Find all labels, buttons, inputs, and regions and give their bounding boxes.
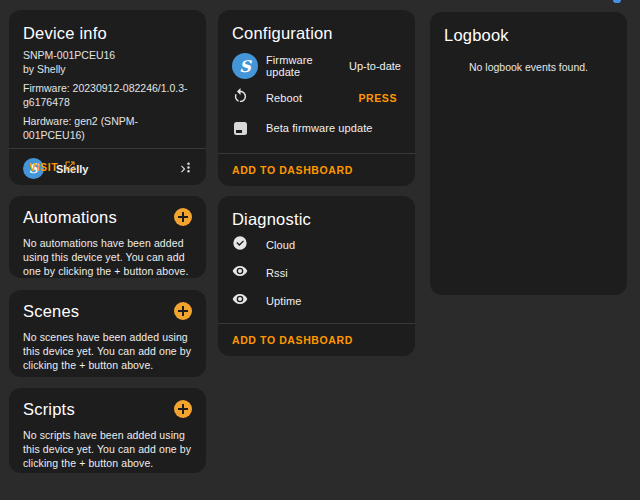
beta-firmware-update-label: Beta firmware update	[266, 122, 401, 134]
partial-blue-icon	[613, 0, 621, 3]
visit-link[interactable]: VISIT	[23, 156, 82, 178]
scenes-empty-message: No scenes have been added using this dev…	[9, 325, 206, 377]
firmware-update-row[interactable]: S Firmware update Up-to-date	[218, 49, 415, 83]
reboot-row[interactable]: Reboot PRESS	[218, 83, 415, 113]
overflow-menu-button[interactable]	[179, 158, 198, 177]
beta-firmware-update-row[interactable]: Beta firmware update	[218, 113, 415, 143]
automations-title: Automations	[23, 207, 117, 227]
firmware-update-label: Firmware update	[266, 54, 349, 78]
logbook-card: Logbook No logbook events found.	[430, 12, 627, 295]
add-automation-button[interactable]	[174, 208, 192, 226]
rssi-row[interactable]: Rssi	[218, 259, 415, 287]
firmware-update-status: Up-to-date	[349, 60, 401, 72]
device-model: SNPM-001PCEU16	[9, 49, 206, 63]
press-button[interactable]: PRESS	[354, 90, 401, 106]
scripts-title: Scripts	[23, 399, 75, 419]
automations-empty-message: No automations have been added using thi…	[9, 231, 206, 278]
logbook-empty-message: No logbook events found.	[430, 61, 627, 73]
device-manufacturer: by Shelly	[9, 63, 206, 77]
add-to-dashboard-button[interactable]: ADD TO DASHBOARD	[232, 330, 359, 350]
add-scene-button[interactable]	[174, 302, 192, 320]
configuration-card: Configuration S Firmware update Up-to-da…	[218, 10, 415, 186]
configuration-title: Configuration	[232, 24, 333, 42]
add-script-button[interactable]	[174, 400, 192, 418]
scenes-title: Scenes	[23, 301, 79, 321]
open-in-new-icon	[64, 160, 76, 174]
cloud-label: Cloud	[266, 239, 401, 251]
restart-icon	[232, 88, 249, 109]
firmware-switch-icon	[234, 122, 247, 135]
uptime-label: Uptime	[266, 295, 401, 307]
device-firmware: Firmware: 20230912-082246/1.0.3-g6176478	[9, 82, 206, 109]
logbook-title: Logbook	[444, 26, 509, 44]
automations-card: Automations No automations have been add…	[9, 196, 206, 278]
eye-icon	[232, 263, 248, 283]
rssi-label: Rssi	[266, 267, 401, 279]
scenes-card: Scenes No scenes have been added using t…	[9, 290, 206, 377]
uptime-row[interactable]: Uptime	[218, 287, 415, 315]
diagnostic-title: Diagnostic	[232, 210, 311, 228]
device-info-card: Device info SNPM-001PCEU16 by Shelly Fir…	[9, 10, 206, 185]
shelly-logo-icon: S	[232, 53, 258, 79]
check-circle-icon	[232, 235, 248, 255]
device-info-title: Device info	[23, 24, 107, 42]
scripts-empty-message: No scripts have been added using this de…	[9, 423, 206, 473]
add-to-dashboard-button[interactable]: ADD TO DASHBOARD	[232, 160, 359, 180]
cloud-row[interactable]: Cloud	[218, 231, 415, 259]
device-hardware: Hardware: gen2 (SNPM-001PCEU16)	[9, 115, 206, 142]
eye-icon	[232, 291, 248, 311]
reboot-label: Reboot	[266, 92, 354, 104]
diagnostic-card: Diagnostic Cloud Rssi Uptime ADD TO DASH…	[218, 196, 415, 356]
scripts-card: Scripts No scripts have been added using…	[9, 388, 206, 473]
visit-label: VISIT	[29, 161, 58, 173]
